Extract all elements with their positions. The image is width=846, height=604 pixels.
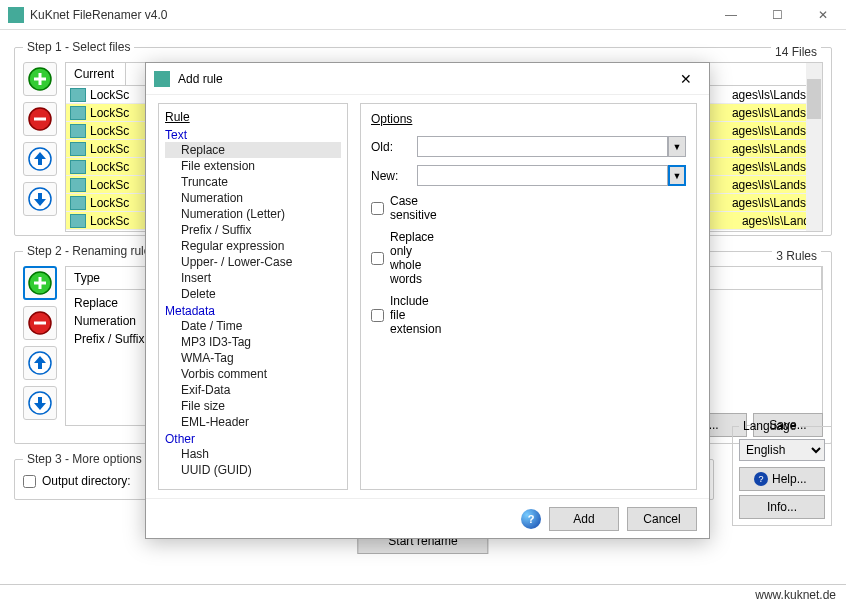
window-titlebar: KuKnet FileRenamer v4.0 — ☐ ✕: [0, 0, 846, 30]
rule-item[interactable]: Vorbis comment: [165, 366, 341, 382]
rule-item[interactable]: Hash: [165, 446, 341, 462]
rule-item[interactable]: UUID (GUID): [165, 462, 341, 478]
rule-item[interactable]: EML-Header: [165, 414, 341, 430]
options-section-label: Options: [371, 112, 686, 126]
rule-item[interactable]: Prefix / Suffix: [165, 222, 341, 238]
dialog-icon: [154, 71, 170, 87]
maximize-button[interactable]: ☐: [754, 0, 800, 30]
file-name: LockSc: [90, 124, 129, 138]
remove-files-button[interactable]: [23, 102, 57, 136]
file-name: LockSc: [90, 178, 129, 192]
rule-item[interactable]: Insert: [165, 270, 341, 286]
app-icon: [8, 7, 24, 23]
rule-down-button[interactable]: [23, 386, 57, 420]
step1-file-count: 14 Files: [771, 45, 821, 59]
rule-category[interactable]: Text: [165, 128, 341, 142]
rule-item[interactable]: Delete: [165, 286, 341, 302]
old-label: Old:: [371, 140, 411, 154]
new-dropdown-button[interactable]: ▼: [668, 165, 686, 186]
file-icon: [70, 142, 86, 156]
window-title: KuKnet FileRenamer v4.0: [30, 8, 708, 22]
minimize-button[interactable]: —: [708, 0, 754, 30]
rule-item[interactable]: Replace: [165, 142, 341, 158]
output-directory-label: Output directory:: [42, 474, 131, 488]
rule-item[interactable]: WMA-Tag: [165, 350, 341, 366]
close-button[interactable]: ✕: [800, 0, 846, 30]
dialog-close-button[interactable]: ✕: [671, 71, 701, 87]
rule-section-label: Rule: [165, 110, 341, 124]
info-button[interactable]: Info...: [739, 495, 825, 519]
file-name: LockSc: [90, 214, 129, 228]
rule-item[interactable]: Upper- / Lower-Case: [165, 254, 341, 270]
file-list-scrollbar[interactable]: [806, 63, 822, 231]
step3-legend: Step 3 - More options: [23, 452, 146, 466]
case-sensitive-checkbox[interactable]: [371, 202, 384, 215]
add-files-button[interactable]: [23, 62, 57, 96]
rule-item[interactable]: File extension: [165, 158, 341, 174]
file-icon: [70, 178, 86, 192]
include-extension-label: Include file extension: [390, 294, 430, 336]
rule-item[interactable]: Date / Time: [165, 318, 341, 334]
dialog-help-icon[interactable]: ?: [521, 509, 541, 529]
include-extension-checkbox[interactable]: [371, 309, 384, 322]
step2-rule-count: 3 Rules: [772, 249, 821, 263]
col-current[interactable]: Current: [66, 63, 126, 85]
rule-item[interactable]: MP3 ID3-Tag: [165, 334, 341, 350]
add-rule-dialog: Add rule ✕ Rule TextReplaceFile extensio…: [145, 62, 710, 539]
step1-legend: Step 1 - Select files: [23, 40, 134, 54]
file-icon: [70, 160, 86, 174]
statusbar: www.kuknet.de: [0, 584, 846, 604]
cancel-button[interactable]: Cancel: [627, 507, 697, 531]
add-button[interactable]: Add: [549, 507, 619, 531]
step2-legend: Step 2 - Renaming rules: [23, 244, 160, 258]
file-icon: [70, 196, 86, 210]
case-sensitive-label: Case sensitive: [390, 194, 430, 222]
new-input[interactable]: [417, 165, 668, 186]
file-name: LockSc: [90, 88, 129, 102]
file-icon: [70, 88, 86, 102]
dialog-title: Add rule: [178, 72, 671, 86]
rule-item[interactable]: Numeration: [165, 190, 341, 206]
rule-item[interactable]: File size: [165, 398, 341, 414]
output-directory-checkbox[interactable]: [23, 475, 36, 488]
whole-words-checkbox[interactable]: [371, 252, 384, 265]
file-name: LockSc: [90, 196, 129, 210]
file-name: LockSc: [90, 160, 129, 174]
file-icon: [70, 124, 86, 138]
file-name: LockSc: [90, 142, 129, 156]
rule-item[interactable]: Truncate: [165, 174, 341, 190]
whole-words-label: Replace only whole words: [390, 230, 430, 286]
help-button[interactable]: ?Help...: [739, 467, 825, 491]
file-name: LockSc: [90, 106, 129, 120]
rule-category[interactable]: Metadata: [165, 304, 341, 318]
rule-up-button[interactable]: [23, 346, 57, 380]
language-select[interactable]: English: [739, 439, 825, 461]
language-legend: Language: [739, 419, 800, 433]
old-dropdown-button[interactable]: ▼: [668, 136, 686, 157]
add-rule-button[interactable]: [23, 266, 57, 300]
language-fieldset: Language English ?Help... Info...: [732, 419, 832, 526]
old-input[interactable]: [417, 136, 668, 157]
rule-item[interactable]: Regular expression: [165, 238, 341, 254]
file-icon: [70, 214, 86, 228]
remove-rule-button[interactable]: [23, 306, 57, 340]
rule-item[interactable]: Numeration (Letter): [165, 206, 341, 222]
statusbar-link[interactable]: www.kuknet.de: [755, 588, 836, 602]
rule-category[interactable]: Other: [165, 432, 341, 446]
file-icon: [70, 106, 86, 120]
new-label: New:: [371, 169, 411, 183]
move-up-button[interactable]: [23, 142, 57, 176]
move-down-button[interactable]: [23, 182, 57, 216]
rule-item[interactable]: Exif-Data: [165, 382, 341, 398]
options-panel: Options Old: ▼ New: ▼ Case sensitive: [360, 103, 697, 490]
rule-tree[interactable]: Rule TextReplaceFile extensionTruncateNu…: [158, 103, 348, 490]
